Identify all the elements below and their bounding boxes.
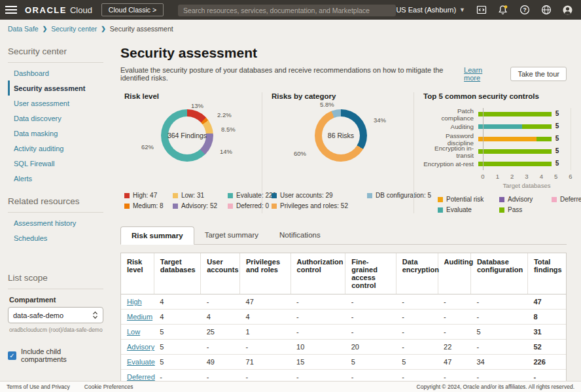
legend-swatch (272, 193, 277, 198)
help-icon[interactable]: ? (519, 5, 530, 16)
bar-row: Encryption in-transit5 (423, 145, 581, 158)
risk-level-link-medium[interactable]: Medium (127, 313, 152, 321)
legend-label: Medium: 8 (133, 202, 164, 209)
risks-by-category-chart-title: Risks by category (272, 92, 410, 100)
table-cell: 52 (527, 340, 566, 355)
slice-label: 62% (141, 143, 154, 151)
sidebar-item-user-assessment[interactable]: User assessment (8, 96, 103, 111)
table-cell: 22 (438, 340, 470, 355)
divider (8, 212, 103, 213)
slice-label: 13% (191, 102, 203, 109)
security-controls-legend: Potential riskAdvisoryDeferredEvaluatePa… (438, 196, 581, 213)
bar-track[interactable]: 5 (478, 112, 566, 116)
tab-target-summary[interactable]: Target summary (194, 226, 269, 245)
sidebar-item-activity-auditing[interactable]: Activity auditing (8, 141, 103, 156)
sidebar-item-dashboard[interactable]: Dashboard (8, 65, 103, 80)
table-cell: - (290, 325, 345, 340)
legend-item: Advisory: 52 (173, 202, 228, 209)
table-cell: - (345, 325, 396, 340)
search-bar (178, 4, 396, 16)
col-target-databases: Target databases (154, 253, 200, 294)
include-child-compartments-checkbox[interactable]: ✓ (8, 351, 16, 360)
top-bar: ORACLE Cloud Cloud Classic > US East (As… (0, 0, 581, 20)
sidebar-item-assessment-history[interactable]: Assessment history (8, 215, 103, 230)
table-cell: 31 (527, 325, 566, 340)
legend-label: Advisory: 52 (181, 202, 217, 209)
include-child-compartments-row: ✓ Include child compartments (8, 347, 103, 363)
topbar-right: US East (Ashburn) ▼ ? (396, 5, 573, 16)
table-cell: - (396, 340, 438, 355)
slice-label: 14% (220, 148, 232, 155)
bar-category-label: Auditing (423, 123, 478, 130)
cookie-preferences-link[interactable]: Cookie Preferences (84, 383, 133, 390)
table-cell: - (201, 340, 240, 355)
risk-level-link-high[interactable]: High (127, 298, 142, 306)
table-row: Advisory5--1020-22-52 (121, 340, 566, 355)
learn-more-link[interactable]: Learn more (464, 66, 497, 82)
charts-row: Risk level 364 Findings 13% 2.2% 8.5% 14… (120, 92, 567, 213)
breadcrumb: Data Safe ❯ Security center ❯ Security a… (0, 20, 581, 37)
user-avatar-icon[interactable] (562, 5, 573, 16)
bar-segment-pass (537, 137, 551, 141)
take-the-tour-button[interactable]: Take the tour (510, 67, 567, 81)
tab-notifications[interactable]: Notifications (269, 226, 331, 245)
table-row: Medium444-----8 (121, 310, 566, 325)
region-selector[interactable]: US East (Ashburn) ▼ (396, 6, 465, 14)
col-database-configuration: Database configuration (470, 253, 527, 294)
risks-by-category-donut-chart[interactable]: 86 Risks (315, 109, 367, 162)
developer-console-icon[interactable] (476, 5, 487, 16)
legend-label: High: 47 (133, 192, 157, 199)
bar-track[interactable]: 5 (478, 137, 566, 141)
terms-link[interactable]: Terms of Use and Privacy (7, 383, 70, 390)
risk-level-chart-panel: Risk level 364 Findings 13% 2.2% 8.5% 14… (120, 92, 262, 213)
bar-category-label: Encryption at-rest (423, 160, 478, 168)
risk-level-link-low[interactable]: Low (127, 328, 140, 336)
notifications-bell-icon[interactable] (497, 5, 508, 16)
bar-row: Password discipline5 (423, 133, 581, 145)
legend-swatch (124, 204, 130, 209)
col-user-accounts: User accounts (201, 253, 240, 294)
slice-label: 5.8% (320, 101, 334, 108)
compartment-label: Compartment (9, 296, 103, 304)
search-input[interactable] (178, 5, 396, 16)
y-axis-line (483, 108, 484, 170)
table-cell: - (470, 294, 527, 310)
sidebar-item-schedules[interactable]: Schedules (8, 230, 103, 245)
risk-level-link-advisory[interactable]: Advisory (127, 343, 154, 351)
table-cell: 4 (240, 310, 291, 325)
sidebar-item-alerts[interactable]: Alerts (8, 171, 103, 186)
breadcrumb-security-center[interactable]: Security center (51, 25, 97, 33)
table-cell: 8 (527, 310, 566, 325)
bar-track[interactable]: 5 (478, 162, 566, 166)
table-cell: 226 (527, 355, 566, 370)
legend-label: Deferred (560, 196, 581, 203)
bar-track[interactable]: 5 (478, 124, 566, 129)
breadcrumb-data-safe[interactable]: Data Safe (8, 25, 39, 33)
sidebar-heading-list-scope: List scope (8, 273, 103, 283)
sidebar-item-sql-firewall[interactable]: SQL Firewall (8, 156, 103, 171)
donut-center-label: 86 Risks (328, 132, 354, 139)
sidebar-item-data-masking[interactable]: Data masking (8, 126, 103, 141)
sidebar-item-data-discovery[interactable]: Data discovery (8, 111, 103, 126)
legend-swatch (499, 207, 504, 213)
table-cell: 34 (470, 355, 527, 370)
table-cell: - (345, 294, 396, 310)
slice-label: 34% (374, 116, 386, 124)
risk-level-donut-chart[interactable]: 364 Findings (161, 109, 213, 162)
legend-swatch (228, 204, 233, 209)
slice-label: 8.5% (221, 126, 236, 133)
bar-segment-potential-risk (478, 137, 537, 141)
cloud-classic-button[interactable]: Cloud Classic > (101, 3, 164, 16)
sidebar-item-security-assessment[interactable]: Security assessment (8, 80, 103, 96)
table-cell: - (396, 294, 438, 310)
tab-risk-summary[interactable]: Risk summary (120, 226, 194, 245)
hamburger-menu-icon[interactable] (5, 6, 17, 14)
compartment-select[interactable]: data-safe-demo (8, 307, 103, 323)
table-cell: 4 (154, 310, 200, 325)
language-globe-icon[interactable] (540, 5, 552, 16)
risk-level-link-deferred[interactable]: Deferred (127, 373, 155, 381)
risk-level-link-evaluate[interactable]: Evaluate (127, 358, 155, 366)
table-cell: 5 (154, 340, 200, 355)
slice-label: 2.2% (217, 111, 232, 118)
bar-track[interactable]: 5 (478, 149, 566, 154)
